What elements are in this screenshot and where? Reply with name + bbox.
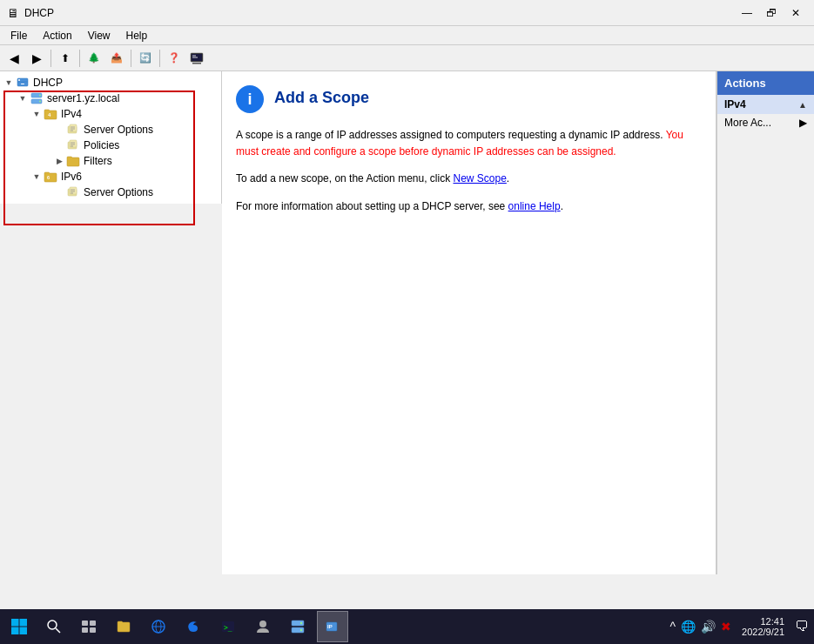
menu-action[interactable]: Action: [36, 28, 78, 44]
close-button[interactable]: ✕: [784, 4, 807, 22]
expander-ipv4[interactable]: ▼: [30, 107, 44, 121]
tree-pane-wrapper: ▼ DHCP ▼: [0, 71, 222, 574]
content-header: i Add a Scope: [236, 85, 702, 113]
explorer-button[interactable]: [108, 611, 139, 642]
toolbar-separator-1: [50, 50, 51, 67]
svg-text:>_: >_: [224, 624, 232, 632]
toolbar: ◀ ▶ ⬆ 🌲 📤 🔄 ❓: [0, 45, 814, 71]
cmd-icon: >_: [220, 619, 236, 634]
tree-item-filters[interactable]: ▶ Filters: [0, 153, 221, 169]
svg-rect-39: [90, 627, 96, 633]
actions-section-label: IPv4: [724, 98, 746, 111]
svg-rect-37: [90, 621, 96, 626]
expander-ipv6[interactable]: ▼: [30, 170, 44, 184]
actions-more-arrow: ▶: [799, 117, 807, 129]
tree-item-dhcp[interactable]: ▼ DHCP: [0, 75, 221, 91]
tree-pane: ▼ DHCP ▼: [0, 71, 222, 204]
tray-chevron-icon[interactable]: ^: [668, 620, 677, 634]
tree-item-server-options-ipv4[interactable]: Server Options: [0, 122, 221, 138]
tree-item-policies[interactable]: Policies: [0, 138, 221, 153]
show-hide-tree-button[interactable]: 🌲: [84, 48, 104, 69]
tree-item-ipv6[interactable]: ▼ 6 IPv6: [0, 169, 221, 184]
policies-label: Policies: [84, 139, 119, 151]
forward-button[interactable]: ▶: [26, 48, 47, 69]
svg-point-12: [39, 101, 41, 103]
title-bar-left: 🖥 DHCP: [7, 6, 54, 20]
server-options-ipv6-label: Server Options: [84, 186, 153, 198]
online-help-link[interactable]: online Help: [508, 200, 561, 212]
expander-empty-2: [52, 138, 66, 152]
server-options-ipv4-label: Server Options: [84, 124, 153, 136]
user-button[interactable]: [247, 611, 279, 642]
expander-filters[interactable]: ▶: [52, 154, 66, 168]
svg-line-35: [56, 628, 60, 633]
help-button[interactable]: ❓: [164, 48, 185, 69]
server-taskbar-icon: [290, 619, 306, 634]
ipv4-label: IPv4: [61, 108, 82, 120]
actions-collapse-icon[interactable]: ▲: [798, 100, 807, 110]
svg-rect-31: [20, 619, 28, 627]
task-view-button[interactable]: [73, 611, 104, 642]
back-button[interactable]: ◀: [3, 48, 24, 69]
ie-button[interactable]: [143, 611, 174, 642]
new-scope-link[interactable]: New Scope: [453, 172, 506, 184]
start-button[interactable]: [3, 611, 35, 642]
app-icon: 🖥: [7, 6, 19, 20]
console-button[interactable]: [186, 48, 207, 69]
refresh-button[interactable]: 🔄: [135, 48, 156, 69]
minimize-button[interactable]: —: [736, 4, 758, 22]
policies-icon: [66, 138, 80, 152]
filters-icon: [66, 154, 80, 168]
tree-item-server-options-ipv6[interactable]: Server Options: [0, 184, 221, 200]
tray-volume-icon[interactable]: 🔊: [699, 620, 717, 634]
svg-point-34: [48, 621, 57, 629]
menu-file[interactable]: File: [3, 28, 34, 44]
explorer-icon: [116, 619, 131, 634]
main-container: ▼ DHCP ▼: [0, 71, 814, 574]
paragraph-2-before: To add a new scope, on the Action menu, …: [236, 172, 453, 184]
toolbar-separator-4: [159, 50, 160, 67]
edge-button[interactable]: [178, 611, 209, 642]
notification-icon[interactable]: 🗨: [793, 619, 811, 634]
server-taskbar-button[interactable]: [282, 611, 313, 642]
export-button[interactable]: 📤: [106, 48, 127, 69]
tray-x-icon[interactable]: ✖: [719, 620, 733, 634]
content-title: Add a Scope: [274, 89, 369, 107]
paragraph-2-after: .: [507, 172, 509, 184]
actions-header: Actions: [717, 71, 814, 95]
expander-server[interactable]: ▼: [16, 91, 30, 105]
svg-rect-36: [82, 621, 88, 626]
maximize-button[interactable]: 🗗: [760, 4, 783, 22]
ipv4-folder-icon: 4: [44, 107, 57, 121]
dhcp-taskbar-button[interactable]: IP: [317, 611, 348, 642]
menu-view[interactable]: View: [81, 28, 118, 44]
clock-date: 2022/9/21: [742, 627, 784, 637]
svg-point-10: [39, 95, 41, 97]
tray-network-icon[interactable]: 🌐: [679, 620, 697, 634]
dhcp-taskbar-icon: IP: [325, 619, 340, 634]
up-button[interactable]: ⬆: [55, 48, 76, 69]
tree-item-ipv4[interactable]: ▼ 4 IPv4: [0, 106, 221, 122]
svg-rect-30: [11, 619, 19, 627]
taskbar-clock[interactable]: 12:41 2022/9/21: [737, 616, 790, 637]
dhcp-icon: [16, 76, 30, 90]
cmd-button[interactable]: >_: [212, 611, 244, 642]
actions-section-header: IPv4 ▲: [717, 95, 814, 114]
svg-point-47: [300, 622, 302, 624]
content-pane: i Add a Scope A scope is a range of IP a…: [222, 71, 716, 574]
tree-item-server[interactable]: ▼ server1.yz.local: [0, 91, 221, 106]
actions-pane: Actions IPv4 ▲ More Ac... ▶: [716, 71, 814, 574]
server-options-ipv4-icon: [66, 123, 80, 137]
expander-dhcp[interactable]: ▼: [2, 76, 16, 90]
svg-text:6: 6: [47, 175, 50, 180]
menu-help[interactable]: Help: [119, 28, 155, 44]
toolbar-separator-2: [79, 50, 80, 67]
svg-rect-33: [20, 627, 28, 635]
ipv6-folder-icon: 6: [44, 170, 57, 184]
menu-bar: File Action View Help: [0, 26, 814, 45]
actions-more-item[interactable]: More Ac... ▶: [717, 114, 814, 131]
search-button[interactable]: [38, 613, 70, 641]
server-options-ipv6-icon: [66, 185, 80, 199]
expander-empty-3: [52, 185, 66, 199]
paragraph-3-after: .: [561, 200, 563, 212]
